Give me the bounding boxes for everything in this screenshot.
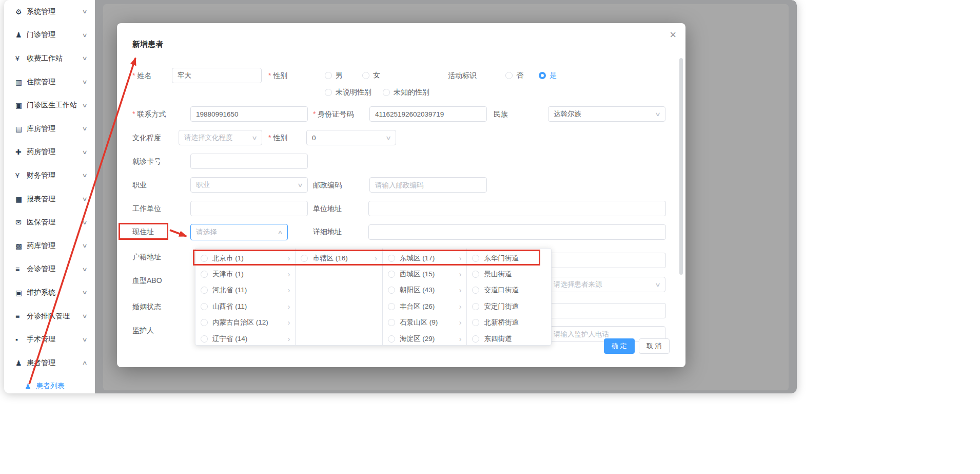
- cancel-button[interactable]: 取 消: [639, 338, 670, 354]
- sidebar-item-patient-list[interactable]: ♟ 患者列表: [4, 375, 95, 394]
- sidebar-menu-item[interactable]: ≡ 分诊排队管理 ∨: [4, 305, 95, 328]
- sidebar-menu-item[interactable]: ▤ 库房管理 ∨: [4, 117, 95, 141]
- cascader-street-option[interactable]: 东四街道: [467, 331, 551, 345]
- menu-icon: ▣: [15, 289, 27, 297]
- menu-icon: ▣: [15, 101, 27, 109]
- cascader-province-option[interactable]: 河北省 (11) ›: [195, 282, 295, 298]
- work-unit-input[interactable]: [190, 201, 308, 216]
- cascader-city-option[interactable]: 市辖区 (16) ›: [296, 250, 382, 266]
- cascader-street-option[interactable]: 景山街道: [467, 266, 551, 282]
- chevron-right-icon: ›: [459, 335, 462, 343]
- gender-female-radio[interactable]: 女: [362, 68, 380, 83]
- gender2-label: 性别: [268, 130, 287, 145]
- confirm-button[interactable]: 确 定: [604, 338, 635, 354]
- chevron-right-icon: ›: [288, 286, 290, 294]
- cascader-street-option[interactable]: 交道口街道: [467, 282, 551, 298]
- menu-icon: ▪: [15, 335, 27, 344]
- cascader-district-option[interactable]: 西城区 (15) ›: [383, 266, 467, 282]
- cascader-province-option[interactable]: 天津市 (1) ›: [195, 266, 295, 282]
- menu-icon: ▥: [15, 78, 27, 86]
- cascader-street-option[interactable]: 安定门街道: [467, 298, 551, 314]
- cascader-province-option[interactable]: 辽宁省 (14) ›: [195, 331, 295, 345]
- sidebar-menu-item[interactable]: ▦ 报表管理 ∨: [4, 187, 95, 211]
- radio-dot: [388, 287, 395, 294]
- education-select[interactable]: 请选择文化程度 ∨: [179, 130, 262, 145]
- menu-icon: ¥: [15, 54, 27, 63]
- cascader-street-option[interactable]: 东华门街道: [467, 250, 551, 266]
- sidebar-menu-item[interactable]: ✚ 药房管理 ∨: [4, 141, 95, 164]
- cascader-province-column: 北京市 (1) › 天津市 (1) › 河北省 (11) › 山西省 (11) …: [195, 249, 296, 345]
- blood-abo-label: 血型ABO: [132, 273, 162, 288]
- ethnic-select[interactable]: 达斡尔族 ∨: [548, 106, 665, 122]
- patient-source-select[interactable]: 请选择患者来源 ∨: [548, 277, 665, 292]
- radio-dot: [472, 271, 479, 278]
- menu-icon: ≡: [15, 312, 27, 320]
- detail-addr-input[interactable]: [368, 224, 666, 240]
- radio-dot: [201, 255, 208, 262]
- cascader-province-option[interactable]: 内蒙古自治区 (12) ›: [195, 315, 295, 331]
- sidebar-menu-item[interactable]: ▣ 门诊医生工作站 ∨: [4, 93, 95, 117]
- chevron-down-icon: ∨: [251, 135, 258, 141]
- chevron-down-icon: ∨: [655, 111, 661, 118]
- chevron-icon: ∨: [82, 8, 87, 15]
- chevron-icon: ∨: [82, 102, 87, 109]
- chevron-right-icon: ›: [459, 302, 462, 311]
- sidebar-menu-item[interactable]: ≡ 会诊管理 ∨: [4, 258, 95, 281]
- occupation-select[interactable]: 职业 ∨: [190, 177, 308, 193]
- chevron-icon: ∨: [82, 172, 87, 179]
- sidebar-menu-item[interactable]: ▪ 手术管理 ∨: [4, 328, 95, 351]
- cascader-district-option[interactable]: 石景山区 (9) ›: [383, 315, 467, 331]
- chevron-icon: ∨: [82, 149, 87, 156]
- contact-input[interactable]: [190, 106, 308, 122]
- sidebar-menu-item[interactable]: ♟ 患者管理 ∧: [4, 351, 95, 375]
- sidebar-menu-item[interactable]: ¥ 财务管理 ∨: [4, 164, 95, 187]
- gender-male-radio[interactable]: 男: [325, 68, 343, 83]
- cascader-district-option[interactable]: 海淀区 (29) ›: [383, 331, 467, 345]
- active-yes-radio[interactable]: 是: [539, 68, 557, 83]
- sidebar-menu-item[interactable]: ♟ 门诊管理 ∨: [4, 24, 95, 47]
- name-input[interactable]: [172, 68, 262, 83]
- id-card-input[interactable]: [369, 106, 487, 122]
- name-label: 姓名: [132, 68, 151, 83]
- sidebar-menu-item[interactable]: ▩ 药库管理 ∨: [4, 234, 95, 258]
- chevron-right-icon: ›: [288, 254, 290, 262]
- screen: 病人名称 起始时间 ▦ 开始日期 - 结束日期 搜索 ↻ 重置 + 新增 ↻ 身…: [0, 0, 980, 474]
- cascader-province-option[interactable]: 北京市 (1) ›: [195, 250, 295, 266]
- chevron-icon: ∨: [82, 32, 87, 39]
- menu-icon: ♟: [15, 31, 27, 39]
- add-patient-dialog: 新增患者 × 姓名 性别 男 女 活动标识 否 是 未说明性别: [117, 23, 685, 367]
- radio-dot: [539, 72, 546, 79]
- cascader-district-option[interactable]: 丰台区 (26) ›: [383, 298, 467, 314]
- cascader-street-option[interactable]: 北新桥街道: [467, 315, 551, 331]
- cascader-province-option[interactable]: 山西省 (11) ›: [195, 298, 295, 314]
- chevron-icon: ∨: [82, 289, 87, 296]
- cascader-street-column: 东华门街道 景山街道 交道口街道 安定门街道: [467, 249, 551, 345]
- sidebar-menu-item[interactable]: ⚙ 系统管理 ∨: [4, 0, 95, 24]
- sidebar-menu-item[interactable]: ▥ 住院管理 ∨: [4, 70, 95, 94]
- active-no-radio[interactable]: 否: [505, 68, 523, 83]
- visit-card-input[interactable]: [190, 154, 308, 169]
- gender-unexplained-radio[interactable]: 未说明性别: [325, 85, 371, 100]
- chevron-right-icon: ›: [459, 318, 462, 327]
- cascader-district-option[interactable]: 朝阳区 (43) ›: [383, 282, 467, 298]
- gender-unknown-radio[interactable]: 未知的性别: [383, 85, 429, 100]
- chevron-right-icon: ›: [375, 254, 377, 262]
- dialog-scrollbar[interactable]: [679, 58, 683, 275]
- unit-addr-input[interactable]: [368, 201, 666, 216]
- chevron-icon: ∨: [82, 219, 87, 226]
- sidebar-menu-item[interactable]: ▣ 维护系统 ∨: [4, 281, 95, 305]
- cascader-district-option[interactable]: 东城区 (17) ›: [383, 250, 467, 266]
- gender2-select[interactable]: 0 ∨: [306, 130, 396, 145]
- menu-icon: ▤: [15, 125, 27, 133]
- chevron-icon: ∨: [82, 79, 87, 85]
- close-icon[interactable]: ×: [670, 29, 676, 41]
- radio-dot: [201, 287, 208, 294]
- current-address-cascader[interactable]: 请选择 ∧: [190, 224, 288, 240]
- radio-dot: [201, 303, 208, 310]
- sidebar-menu-item[interactable]: ✉ 医保管理 ∨: [4, 211, 95, 234]
- radio-dot: [325, 72, 332, 79]
- radio-dot: [388, 335, 395, 343]
- radio-dot: [383, 89, 390, 96]
- sidebar-menu-item[interactable]: ¥ 收费工作站 ∨: [4, 47, 95, 70]
- postcode-input[interactable]: [369, 177, 487, 193]
